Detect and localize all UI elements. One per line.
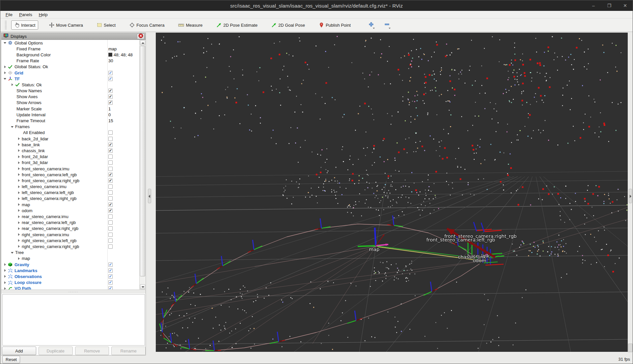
checkbox-map[interactable]: ✓ — [108, 203, 113, 207]
toolbar-drag-handle[interactable] — [5, 21, 7, 29]
chevron-right-icon[interactable] — [17, 185, 21, 189]
menu-file[interactable]: File — [2, 12, 16, 18]
chevron-down-icon[interactable] — [11, 251, 14, 255]
chevron-right-icon[interactable] — [3, 65, 7, 69]
chevron-down-icon[interactable] — [11, 125, 14, 129]
tool-move-camera[interactable]: Move Camera — [46, 20, 86, 30]
tree-row-landmarks[interactable]: Landmarks✓ — [1, 267, 139, 273]
tree-row-odom[interactable]: odom✓ — [1, 208, 139, 213]
tree-row-rear-stereo-camera-right-rgb[interactable]: rear_stereo_camera:right_rgb — [1, 226, 139, 232]
chevron-right-icon[interactable] — [17, 221, 21, 225]
tree-row-vo-path[interactable]: VO Path✓ — [1, 286, 139, 290]
chevron-right-icon[interactable] — [17, 257, 21, 261]
tool-focus-camera[interactable]: Focus Camera — [126, 20, 167, 30]
reset-button[interactable]: Reset — [2, 356, 20, 363]
tree-row-global-options[interactable]: Global Options — [1, 40, 139, 46]
tree-row-left-stereo-camera-left-rgb[interactable]: left_stereo_camera:left_rgb — [1, 190, 139, 196]
chevron-down-icon[interactable] — [3, 77, 7, 81]
tree-row-status-ok[interactable]: Status: Ok — [1, 82, 139, 88]
value-frame-timeout[interactable]: 15 — [108, 118, 113, 124]
chevron-right-icon[interactable] — [17, 209, 21, 212]
chevron-right-icon[interactable] — [3, 281, 7, 285]
chevron-right-icon[interactable] — [17, 167, 21, 171]
checkbox-loop-closure[interactable]: ✓ — [108, 280, 113, 285]
checkbox-rear-stereo-camera-right-rgb[interactable] — [108, 226, 113, 231]
tree-row-map[interactable]: map — [1, 256, 139, 262]
chevron-right-icon[interactable] — [3, 263, 7, 266]
checkbox-front-2d-lidar[interactable] — [108, 154, 113, 159]
add-button[interactable]: Add — [2, 347, 36, 355]
tree-row-tree[interactable]: Tree — [1, 250, 139, 256]
checkbox-left-stereo-camera-left-rgb[interactable] — [108, 190, 113, 195]
chevron-right-icon[interactable] — [17, 155, 21, 159]
value-background-color[interactable]: 48; 48; 48 — [108, 52, 133, 58]
checkbox-base-link[interactable]: ✓ — [108, 143, 113, 147]
scroll-down-icon[interactable] — [140, 284, 145, 289]
value-update-interval[interactable]: 0 — [108, 112, 111, 118]
tree-row-frame-rate[interactable]: Frame Rate30 — [1, 58, 139, 64]
checkbox-left-stereo-camera-right-rgb[interactable] — [108, 196, 113, 201]
checkbox-front-stereo-camera-left-rgb[interactable]: ✓ — [108, 173, 113, 177]
tool-minus-button[interactable] — [383, 21, 391, 29]
checkbox-rear-stereo-camera-left-rgb[interactable] — [108, 220, 113, 225]
tree-row-frames[interactable]: Frames — [1, 124, 139, 130]
tree-scrollbar[interactable] — [139, 40, 145, 290]
tree-row-front-3d-lidar[interactable]: front_3d_lidar — [1, 160, 139, 166]
displays-panel-header[interactable]: Displays — [1, 33, 146, 40]
tool-publish-point[interactable]: Publish Point — [316, 20, 354, 30]
tree-row-rear-stereo-camera-left-rgb[interactable]: rear_stereo_camera:left_rgb — [1, 220, 139, 226]
chevron-right-icon[interactable] — [17, 238, 21, 242]
checkbox-front-stereo-camera-imu[interactable] — [108, 167, 113, 171]
tree-row-front-stereo-camera-left-rgb[interactable]: front_stereo_camera:left_rgb✓ — [1, 172, 139, 178]
tool-interact[interactable]: Interact — [11, 20, 38, 30]
tree-row-front-stereo-camera-right-rgb[interactable]: front_stereo_camera:right_rgb✓ — [1, 178, 139, 183]
checkbox-observations[interactable]: ✓ — [108, 274, 113, 279]
checkbox-vo-path[interactable]: ✓ — [108, 286, 113, 290]
scroll-up-icon[interactable] — [140, 40, 145, 45]
tree-row-back-2d-lidar[interactable]: back_2d_lidar — [1, 136, 139, 142]
tree-row-rear-stereo-camera-imu[interactable]: rear_stereo_camera:imu — [1, 213, 139, 219]
tree-row-show-arrows[interactable]: Show Arrows✓ — [1, 100, 139, 106]
panel-splitter[interactable]: ······ — [1, 290, 146, 294]
chevron-down-icon[interactable] — [3, 41, 7, 45]
chevron-right-icon[interactable] — [17, 197, 21, 201]
close-window-icon[interactable]: ✕ — [622, 3, 628, 8]
titlebar[interactable]: src/isaac_ros_visual_slam/isaac_ros_visu… — [0, 0, 633, 11]
checkbox-landmarks[interactable]: ✓ — [108, 268, 113, 273]
chevron-right-icon[interactable] — [17, 149, 21, 153]
checkbox-right-stereo-camera-left-rgb[interactable] — [108, 238, 113, 243]
tool-2d-pose-estimate[interactable]: 2D Pose Estimate — [213, 20, 261, 30]
tree-row-show-names[interactable]: Show Names✓ — [1, 88, 139, 94]
tree-row-background-color[interactable]: Background Color48; 48; 48 — [1, 52, 139, 58]
checkbox-left-stereo-camera-imu[interactable] — [108, 184, 113, 189]
chevron-right-icon[interactable] — [11, 83, 14, 87]
tree-row-global-status-ok[interactable]: Global Status: Ok — [1, 64, 139, 70]
checkbox-show-names[interactable]: ✓ — [108, 89, 113, 93]
collapse-left-panel-handle[interactable] — [148, 189, 151, 203]
checkbox-front-3d-lidar[interactable] — [108, 160, 113, 165]
chevron-right-icon[interactable] — [3, 71, 7, 75]
checkbox-gravity[interactable]: ✓ — [108, 263, 113, 267]
tool-2d-goal-pose[interactable]: 2D Goal Pose — [268, 20, 308, 30]
chevron-right-icon[interactable] — [17, 227, 21, 231]
menu-panels[interactable]: Panels — [16, 12, 36, 18]
tree-row-map[interactable]: map✓ — [1, 202, 139, 208]
restore-icon[interactable]: ❐ — [606, 3, 612, 8]
chevron-right-icon[interactable] — [17, 143, 21, 147]
chevron-right-icon[interactable] — [17, 215, 21, 219]
chevron-right-icon[interactable] — [17, 233, 21, 237]
tree-row-left-stereo-camera-imu[interactable]: left_stereo_camera:imu — [1, 184, 139, 190]
chevron-right-icon[interactable] — [3, 274, 7, 278]
bottom-right-handle[interactable] — [628, 344, 633, 352]
chevron-right-icon[interactable] — [17, 203, 21, 207]
chevron-right-icon[interactable] — [3, 287, 7, 290]
chevron-right-icon[interactable] — [17, 191, 21, 195]
chevron-right-icon[interactable] — [17, 244, 21, 248]
tree-row-gravity[interactable]: Gravity✓ — [1, 262, 139, 267]
chevron-right-icon[interactable] — [17, 179, 21, 182]
tree-row-right-stereo-camera-imu[interactable]: right_stereo_camera:imu — [1, 232, 139, 238]
tree-row-marker-scale[interactable]: Marker Scale1 — [1, 106, 139, 112]
checkbox-all-enabled[interactable] — [108, 130, 113, 135]
collapse-right-panel-handle[interactable] — [629, 189, 632, 203]
checkbox-right-stereo-camera-imu[interactable] — [108, 233, 113, 237]
